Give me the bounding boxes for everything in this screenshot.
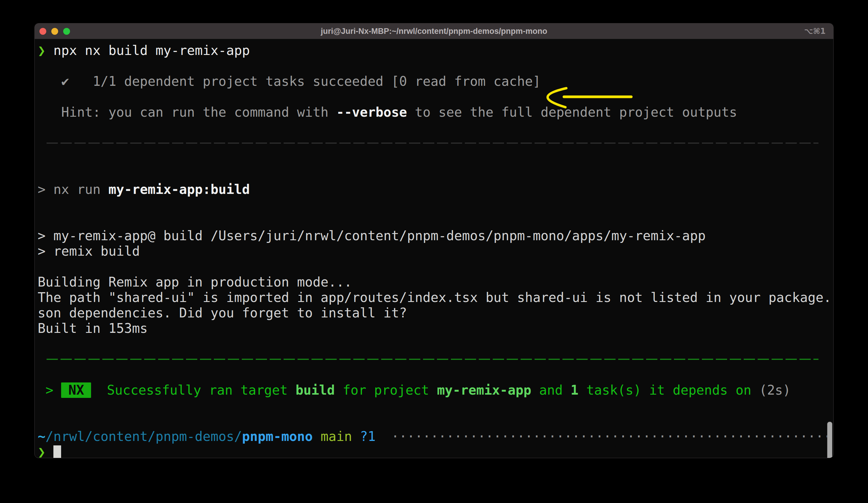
verbose-flag: --verbose xyxy=(337,104,407,120)
spacer xyxy=(38,213,830,228)
repo-name: pnpm-mono xyxy=(242,429,313,444)
task-success-line: ✔ 1/1 dependent project tasks succeeded … xyxy=(38,74,830,89)
spacer xyxy=(38,197,830,213)
terminal-cursor xyxy=(53,445,61,458)
package-build-line: > my-remix-app@ build /Users/juri/nrwl/c… xyxy=(38,228,830,243)
dashed-line xyxy=(46,359,818,360)
nx-run-prefix: > nx run xyxy=(38,182,108,197)
hint-line: Hint: you can run the command with --ver… xyxy=(38,104,830,120)
spacer xyxy=(38,89,830,104)
success-project-bold: my-remix-app xyxy=(437,382,531,398)
build-output-line: Built in 153ms xyxy=(38,321,830,336)
keyboard-shortcut-badge: ⌥⌘1 xyxy=(792,27,833,36)
success-text-3: and xyxy=(531,382,570,398)
nx-run-target: my-remix-app:build xyxy=(108,182,250,197)
close-button-icon[interactable] xyxy=(40,28,46,35)
build-output-line: Building Remix app in production mode... xyxy=(38,274,830,290)
spacer xyxy=(38,166,830,182)
command-text: npx nx build my-remix-app xyxy=(46,43,250,58)
traffic-lights xyxy=(35,28,76,35)
zoom-button-icon[interactable] xyxy=(63,28,70,35)
nx-badge: NX xyxy=(61,382,91,398)
cursor-line[interactable]: ❯ xyxy=(38,444,830,458)
git-branch: main xyxy=(313,429,360,444)
dashed-line xyxy=(46,142,818,144)
success-text-1: Successfully ran target xyxy=(91,382,296,398)
title-bar[interactable]: juri@Juri-Nx-MBP:~/nrwl/content/pnpm-dem… xyxy=(35,23,833,39)
command-line-1: ❯ npx nx build my-remix-app xyxy=(38,43,830,58)
section-divider-2 xyxy=(38,352,830,367)
spacer xyxy=(38,58,830,74)
success-count-bold: 1 xyxy=(570,382,578,398)
success-target-bold: build xyxy=(296,382,334,398)
home-dir: ~ xyxy=(38,429,46,444)
spacer xyxy=(38,367,830,382)
prompt-chevron-icon: ❯ xyxy=(38,43,46,58)
minimize-button-icon[interactable] xyxy=(51,28,58,35)
remix-build-line: > remix build xyxy=(38,243,830,259)
success-text-2: for project xyxy=(335,382,437,398)
hint-text-pre: Hint: you can run the command with xyxy=(38,104,337,120)
spacer xyxy=(38,336,830,352)
success-text-4: task(s) it depends on xyxy=(578,382,759,398)
section-divider-1 xyxy=(38,135,830,151)
success-prompt: > xyxy=(38,382,61,398)
terminal-window: juri@Juri-Nx-MBP:~/nrwl/content/pnpm-dem… xyxy=(34,23,834,458)
nx-run-line: > nx run my-remix-app:build xyxy=(38,182,830,197)
spacer xyxy=(38,151,830,166)
shell-prompt-line: ~/nrwl/content/pnpm-demos/pnpm-mono main… xyxy=(38,429,830,444)
build-output-line: son dependencies. Did you forget to inst… xyxy=(38,305,830,321)
build-output-line: The path "shared-ui" is imported in app/… xyxy=(38,290,830,305)
filler-dots: ········································… xyxy=(375,429,830,444)
yellow-arrow-icon xyxy=(536,79,637,118)
scrollbar-thumb[interactable] xyxy=(827,422,833,458)
terminal-body[interactable]: ❯ npx nx build my-remix-app ✔ 1/1 depend… xyxy=(35,39,833,458)
spacer xyxy=(38,398,830,413)
git-status: ?1 xyxy=(360,429,375,444)
window-title: juri@Juri-Nx-MBP:~/nrwl/content/pnpm-dem… xyxy=(76,27,792,36)
prompt-chevron-icon: ❯ xyxy=(38,444,46,458)
success-duration: (2s) xyxy=(759,382,790,398)
spacer xyxy=(38,259,830,274)
spacer xyxy=(38,120,830,135)
spacer xyxy=(38,413,830,429)
cwd-path: /nrwl/content/pnpm-demos/ xyxy=(46,429,242,444)
success-line: > NX Successfully ran target build for p… xyxy=(38,382,830,398)
